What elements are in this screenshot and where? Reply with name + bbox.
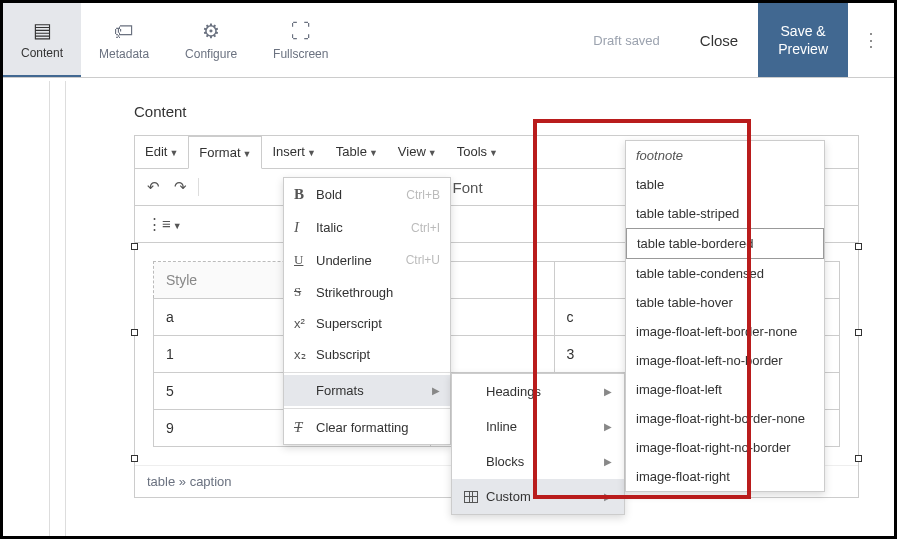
chevron-right-icon: ▶ [604, 386, 612, 397]
custom-img-fl-no-border[interactable]: image-float-left-no-border [626, 346, 824, 375]
resize-handle[interactable] [131, 243, 138, 250]
menu-edit[interactable]: Edit▼ [135, 136, 188, 168]
menu-insert[interactable]: Insert▼ [262, 136, 325, 168]
custom-img-fl-border-none[interactable]: image-float-left-border-none [626, 317, 824, 346]
clear-format-icon: T [294, 419, 308, 436]
tag-icon: 🏷 [114, 20, 134, 43]
chevron-down-icon: ▼ [169, 148, 178, 158]
format-strikethrough[interactable]: SStrikethrough [284, 276, 450, 308]
submenu-blocks[interactable]: Blocks▶ [452, 444, 624, 479]
custom-img-fr-border-none[interactable]: image-float-right-border-none [626, 404, 824, 433]
format-superscript[interactable]: x²Superscript [284, 308, 450, 339]
resize-handle[interactable] [855, 329, 862, 336]
format-bold[interactable]: BBoldCtrl+B [284, 178, 450, 211]
shortcut-label: Ctrl+B [406, 188, 440, 202]
bullet-list-button[interactable]: ⋮≡▼ [141, 210, 188, 238]
custom-table-condensed[interactable]: table table-condensed [626, 259, 824, 288]
format-dropdown: BBoldCtrl+B IItalicCtrl+I UUnderlineCtrl… [283, 177, 451, 445]
chevron-down-icon: ▼ [243, 149, 252, 159]
chevron-down-icon: ▼ [307, 148, 316, 158]
chevron-down-icon: ▼ [369, 148, 378, 158]
custom-formats-submenu: footnote table table table-striped table… [625, 140, 825, 492]
redo-button[interactable]: ↷ [168, 173, 193, 201]
tab-metadata-label: Metadata [99, 47, 149, 61]
shortcut-label: Ctrl+I [411, 221, 440, 235]
section-title: Content [134, 103, 859, 120]
format-underline[interactable]: UUnderlineCtrl+U [284, 244, 450, 276]
custom-table-bordered[interactable]: table table-bordered [626, 228, 824, 259]
chevron-right-icon: ▶ [604, 421, 612, 432]
submenu-inline[interactable]: Inline▶ [452, 409, 624, 444]
tab-content-label: Content [21, 46, 63, 60]
custom-img-fr[interactable]: image-float-right [626, 462, 824, 491]
chevron-down-icon: ▼ [489, 148, 498, 158]
superscript-icon: x² [294, 316, 308, 331]
formats-submenu: Headings▶ Inline▶ Blocks▶ Custom▶ [451, 373, 625, 515]
chevron-right-icon: ▶ [604, 491, 612, 502]
chevron-right-icon: ▶ [604, 456, 612, 467]
gear-icon: ⚙ [202, 19, 220, 43]
tab-configure-label: Configure [185, 47, 237, 61]
underline-icon: U [294, 252, 308, 268]
status-text: Draft saved [593, 3, 679, 77]
grid-icon [464, 491, 478, 503]
menu-tools[interactable]: Tools▼ [447, 136, 508, 168]
tab-configure[interactable]: ⚙ Configure [167, 3, 255, 77]
submenu-headings[interactable]: Headings▶ [452, 374, 624, 409]
custom-table-striped[interactable]: table table-striped [626, 199, 824, 228]
undo-button[interactable]: ↶ [141, 173, 166, 201]
custom-table-hover[interactable]: table table-hover [626, 288, 824, 317]
menu-view[interactable]: View▼ [388, 136, 447, 168]
submenu-custom[interactable]: Custom▶ [452, 479, 624, 514]
tab-fullscreen[interactable]: ⛶ Fullscreen [255, 3, 346, 77]
save-preview-button[interactable]: Save & Preview [758, 3, 848, 77]
resize-handle[interactable] [131, 329, 138, 336]
bold-icon: B [294, 186, 308, 203]
strikethrough-icon: S [294, 284, 308, 300]
custom-table[interactable]: table [626, 170, 824, 199]
save-label-2: Preview [778, 40, 828, 58]
chevron-right-icon: ▶ [432, 385, 440, 396]
fullscreen-icon: ⛶ [291, 20, 311, 43]
close-button[interactable]: Close [680, 3, 758, 77]
custom-img-fl[interactable]: image-float-left [626, 375, 824, 404]
content-icon: ▤ [33, 18, 52, 42]
font-family-select[interactable]: Font [447, 174, 489, 201]
shortcut-label: Ctrl+U [406, 253, 440, 267]
custom-footnote[interactable]: footnote [626, 141, 824, 170]
format-formats-submenu[interactable]: Formats▶ [284, 375, 450, 406]
format-clear[interactable]: TClear formatting [284, 411, 450, 444]
resize-handle[interactable] [131, 455, 138, 462]
tab-metadata[interactable]: 🏷 Metadata [81, 3, 167, 77]
more-menu-button[interactable]: ⋮ [848, 3, 894, 77]
italic-icon: I [294, 219, 308, 236]
resize-handle[interactable] [855, 455, 862, 462]
tab-fullscreen-label: Fullscreen [273, 47, 328, 61]
custom-img-fr-no-border[interactable]: image-float-right-no-border [626, 433, 824, 462]
chevron-down-icon: ▼ [428, 148, 437, 158]
format-subscript[interactable]: x₂Subscript [284, 339, 450, 370]
menu-table[interactable]: Table▼ [326, 136, 388, 168]
menu-format[interactable]: Format▼ [188, 136, 262, 169]
tab-content[interactable]: ▤ Content [3, 3, 81, 77]
format-italic[interactable]: IItalicCtrl+I [284, 211, 450, 244]
subscript-icon: x₂ [294, 347, 308, 362]
save-label-1: Save & [781, 22, 826, 40]
resize-handle[interactable] [855, 243, 862, 250]
